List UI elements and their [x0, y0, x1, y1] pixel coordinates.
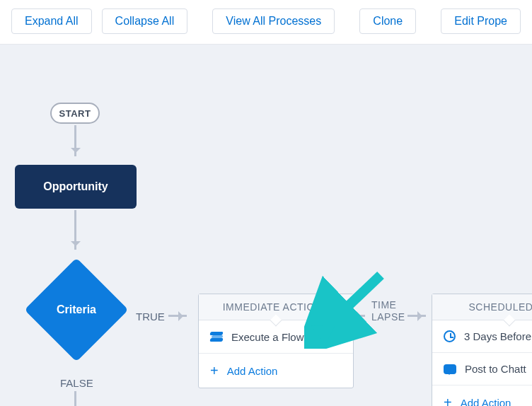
- action-label: Execute a Flow: [231, 331, 304, 343]
- add-immediate-action-button[interactable]: + Add Action: [199, 354, 353, 388]
- scheduled-action-post-to-chatter[interactable]: Post to Chatt: [432, 353, 532, 385]
- arrow-timelapse-to-scheduled: [407, 315, 426, 317]
- arrow-immediate-to-timelapse: [357, 315, 365, 317]
- flow-icon: [210, 330, 223, 343]
- edit-properties-button[interactable]: Edit Prope: [441, 8, 521, 34]
- scheduled-actions-panel: SCHEDULED AC 3 Days Before Post to Chatt…: [432, 294, 532, 406]
- add-action-label: Add Action: [461, 397, 511, 407]
- add-scheduled-action-button[interactable]: + Add Action: [432, 385, 532, 406]
- scheduled-actions-header: SCHEDULED AC: [432, 294, 532, 320]
- false-branch-label: FALSE: [60, 377, 93, 389]
- criteria-label: Criteria: [25, 258, 128, 361]
- plus-icon: +: [210, 364, 219, 378]
- toolbar: Expand All Collapse All View All Process…: [0, 0, 532, 45]
- clock-icon: [444, 330, 456, 342]
- scheduled-action-3-days-before[interactable]: 3 Days Before: [432, 320, 532, 353]
- expand-all-button[interactable]: Expand All: [11, 8, 92, 34]
- add-action-label: Add Action: [227, 365, 278, 377]
- start-node[interactable]: START: [50, 103, 100, 124]
- true-branch-label: TRUE: [136, 311, 165, 323]
- action-label: 3 Days Before: [464, 330, 531, 342]
- arrow-start-to-object: [74, 125, 76, 156]
- clone-button[interactable]: Clone: [359, 8, 416, 34]
- chat-icon: [444, 364, 456, 374]
- immediate-actions-header: IMMEDIATE ACTIONS: [199, 294, 353, 320]
- time-lapse-label: TIME LAPSE: [371, 299, 405, 323]
- plus-icon: +: [444, 395, 452, 406]
- object-label: Opportunity: [43, 180, 108, 193]
- criteria-node[interactable]: Criteria: [25, 258, 128, 361]
- arrow-true-to-immediate: [168, 315, 187, 317]
- collapse-all-button[interactable]: Collapse All: [102, 8, 188, 34]
- process-canvas: START Opportunity Criteria TRUE FALSE IM…: [0, 45, 532, 406]
- arrow-object-to-criteria: [74, 210, 76, 250]
- action-label: Post to Chatt: [465, 363, 526, 375]
- arrow-false-down: [74, 391, 76, 406]
- immediate-actions-panel: IMMEDIATE ACTIONS Execute a Flow + Add A…: [198, 294, 354, 388]
- start-label: START: [59, 108, 91, 119]
- object-node[interactable]: Opportunity: [15, 165, 137, 209]
- view-all-processes-button[interactable]: View All Processes: [212, 8, 335, 34]
